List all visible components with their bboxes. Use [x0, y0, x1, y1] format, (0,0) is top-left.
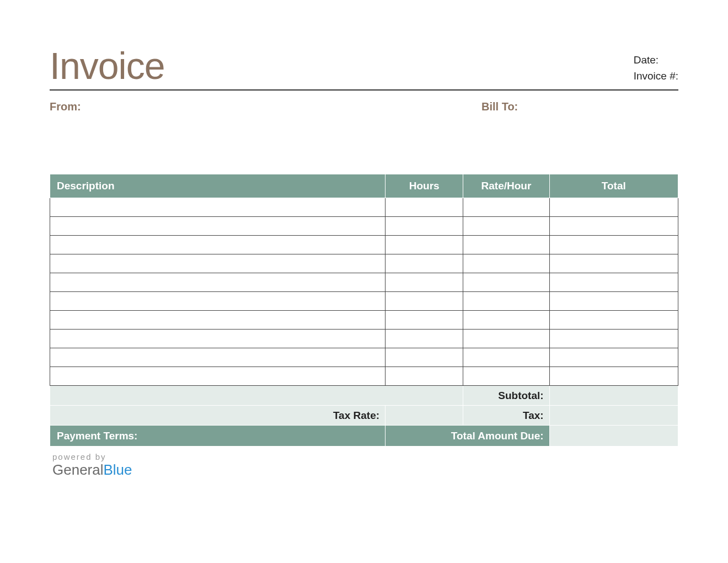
table-row: [50, 198, 678, 217]
cell-rate[interactable]: [463, 367, 549, 386]
cell-hours[interactable]: [386, 198, 463, 217]
cell-rate[interactable]: [463, 348, 549, 367]
tax-rate-value[interactable]: [386, 406, 463, 426]
header-description: Description: [50, 174, 386, 198]
cell-rate[interactable]: [463, 292, 549, 311]
from-label: From:: [50, 100, 81, 113]
header-rate: Rate/Hour: [463, 174, 549, 198]
invoice-container: Invoice Date: Invoice #: From: Bill To: …: [50, 44, 678, 479]
cell-total[interactable]: [549, 198, 678, 217]
tax-rate-label: Tax Rate:: [50, 406, 386, 426]
cell-total[interactable]: [549, 367, 678, 386]
table-row: [50, 348, 678, 367]
cell-rate[interactable]: [463, 254, 549, 273]
table-row: [50, 330, 678, 348]
payment-terms-label: Payment Terms:: [50, 426, 386, 447]
tax-value: [549, 406, 678, 426]
total-due-label: Total Amount Due:: [386, 426, 550, 447]
from-section: From:: [50, 100, 81, 113]
table-row: [50, 311, 678, 330]
cell-hours[interactable]: [386, 311, 463, 330]
bill-to-label: Bill To:: [481, 100, 678, 113]
table-row: [50, 292, 678, 311]
bill-to-section: Bill To:: [481, 100, 678, 113]
brand-blue-text: Blue: [104, 461, 132, 478]
cell-hours[interactable]: [386, 348, 463, 367]
cell-description[interactable]: [50, 254, 386, 273]
total-due-value: [549, 426, 678, 447]
cell-description[interactable]: [50, 217, 386, 236]
cell-total[interactable]: [549, 254, 678, 273]
cell-hours[interactable]: [386, 254, 463, 273]
cell-rate[interactable]: [463, 273, 549, 292]
cell-description[interactable]: [50, 348, 386, 367]
tax-row: Tax Rate: Tax:: [50, 406, 678, 426]
cell-total[interactable]: [549, 311, 678, 330]
cell-rate[interactable]: [463, 330, 549, 348]
cell-hours[interactable]: [386, 367, 463, 386]
subtotal-label: Subtotal:: [463, 386, 549, 406]
cell-description[interactable]: [50, 198, 386, 217]
cell-description[interactable]: [50, 292, 386, 311]
table-row: [50, 217, 678, 236]
cell-hours[interactable]: [386, 217, 463, 236]
cell-rate[interactable]: [463, 311, 549, 330]
table-row: [50, 273, 678, 292]
cell-total[interactable]: [549, 217, 678, 236]
cell-description[interactable]: [50, 330, 386, 348]
cell-total[interactable]: [549, 292, 678, 311]
cell-description[interactable]: [50, 311, 386, 330]
parties-row: From: Bill To:: [50, 100, 678, 113]
tax-label: Tax:: [463, 406, 549, 426]
footer: powered by GeneralBlue: [52, 452, 678, 479]
header-hours: Hours: [386, 174, 463, 198]
invoice-number-label: Invoice #:: [634, 68, 678, 84]
brand-general-text: General: [52, 461, 104, 478]
cell-total[interactable]: [549, 273, 678, 292]
cell-hours[interactable]: [386, 330, 463, 348]
cell-rate[interactable]: [463, 198, 549, 217]
invoice-meta: Date: Invoice #:: [634, 52, 678, 87]
table-row: [50, 236, 678, 254]
subtotal-spacer: [50, 386, 463, 406]
cell-rate[interactable]: [463, 217, 549, 236]
cell-rate[interactable]: [463, 236, 549, 254]
subtotal-value: [549, 386, 678, 406]
cell-total[interactable]: [549, 236, 678, 254]
brand-logo: GeneralBlue: [52, 461, 678, 479]
cell-hours[interactable]: [386, 236, 463, 254]
cell-description[interactable]: [50, 367, 386, 386]
cell-hours[interactable]: [386, 292, 463, 311]
line-items-table: Description Hours Rate/Hour Total Subtot…: [50, 174, 678, 447]
powered-by-label: powered by: [52, 452, 678, 461]
table-header-row: Description Hours Rate/Hour Total: [50, 174, 678, 198]
subtotal-row: Subtotal:: [50, 386, 678, 406]
table-row: [50, 367, 678, 386]
cell-description[interactable]: [50, 273, 386, 292]
page-title: Invoice: [50, 44, 164, 87]
cell-total[interactable]: [549, 330, 678, 348]
cell-total[interactable]: [549, 348, 678, 367]
total-due-row: Payment Terms: Total Amount Due:: [50, 426, 678, 447]
table-row: [50, 254, 678, 273]
header-total: Total: [549, 174, 678, 198]
date-label: Date:: [634, 52, 678, 68]
cell-description[interactable]: [50, 236, 386, 254]
cell-hours[interactable]: [386, 273, 463, 292]
header-row: Invoice Date: Invoice #:: [50, 44, 678, 91]
